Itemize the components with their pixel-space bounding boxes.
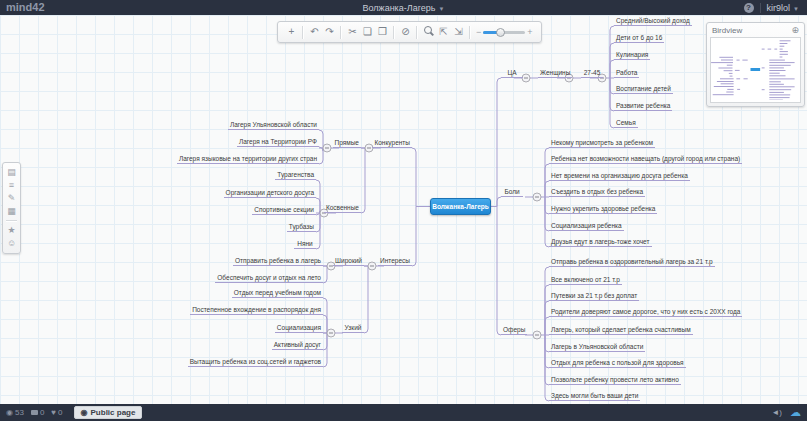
mindmap-node-b5[interactable]: Нужно укрепить здоровье ребенка — [549, 205, 657, 214]
user-menu[interactable]: kir9lol▼ — [767, 3, 799, 13]
mindmap-node-k1[interactable]: Турагенства — [275, 171, 316, 180]
cut-icon[interactable]: ✂ — [345, 23, 360, 41]
mindmap-node-a4[interactable]: Работа — [614, 69, 639, 78]
app-logo[interactable]: mind42 — [6, 0, 45, 15]
mindmap-node-s2[interactable]: Обеспечить досуг и отдых на лето — [215, 274, 323, 283]
heart-icon: ♥ — [51, 408, 56, 417]
redo-icon[interactable]: ↷ — [322, 23, 337, 41]
mindmap-node-o9[interactable]: Здесь могли быть ваши дети — [549, 392, 640, 401]
star-icon[interactable]: ★ — [7, 224, 15, 237]
mindmap-node-k4[interactable]: Турбазы — [287, 223, 316, 232]
emoji-icon[interactable]: ☺ — [7, 237, 16, 250]
mindmap-node-p2[interactable]: Лагеря на Территории РФ — [237, 138, 319, 147]
link-icon[interactable]: ✎ — [8, 192, 16, 205]
mindmap-node-u3[interactable]: Социализация — [275, 324, 323, 333]
toolbar-separator — [393, 26, 395, 39]
mindmap-node-interesy[interactable]: Интересы — [378, 257, 412, 266]
mindmap-node-o8[interactable]: Позвольте ребенку провести лето активно — [549, 376, 681, 385]
mindmap-node-zhenshchiny[interactable]: Женщины — [538, 69, 572, 78]
mindmap-node-kosvennye[interactable]: Косвенные — [324, 204, 361, 213]
mindmap-node-pryamye[interactable]: Прямые — [333, 139, 362, 148]
title-dropdown-icon[interactable]: ▼ — [438, 6, 444, 12]
toolbar-separator — [469, 26, 471, 39]
comments-count: 0 — [31, 408, 44, 417]
mindmap-node-o3[interactable]: Путевки за 21 т.р без доплат — [549, 292, 639, 301]
status-bar: ◉ 53 0 ♥ 0 ◉ Public page ◄) ☁ — [0, 404, 807, 421]
disconnect-icon[interactable]: ⊘ — [398, 23, 413, 41]
mindmap-node-p1[interactable]: Лагеря Ульяновской области — [228, 121, 319, 130]
image-icon[interactable]: ▦ — [7, 205, 16, 218]
search-icon[interactable] — [421, 23, 436, 41]
mindmap-node-u1[interactable]: Отдых перед учебным годом — [232, 289, 323, 298]
toolbar-separator — [302, 26, 304, 39]
mindmap-node-a5[interactable]: Воспитание детей — [614, 85, 673, 94]
zoom-in-icon[interactable]: + — [527, 27, 532, 37]
mindmap-node-a1[interactable]: Средний/Высокий доход — [614, 17, 692, 26]
expand-all-icon[interactable]: ⇲ — [451, 23, 466, 41]
mindmap-node-age[interactable]: 27-45 — [581, 69, 603, 78]
copy-icon[interactable]: ❏ — [360, 23, 375, 41]
zoom-slider-knob[interactable] — [496, 28, 505, 37]
birdview-panel: Birdview ⊕ — [706, 22, 805, 107]
user-dropdown-icon: ▼ — [793, 6, 799, 12]
mindmap-node-o2[interactable]: Все включено от 21 т.р — [549, 276, 622, 285]
main-toolbar: +↶↷✂❏❐⊘⇱⇲ − + — [277, 21, 542, 43]
mindmap-node-b7[interactable]: Друзья едут в лагерь-тоже хочет — [549, 238, 652, 247]
mindmap-node-a6[interactable]: Развитие ребенка — [614, 102, 672, 111]
add-node-icon[interactable]: + — [284, 23, 299, 41]
zoom-out-icon[interactable]: − — [476, 27, 481, 37]
map-title-wrap: Волжанка-Лагерь▼ — [0, 3, 807, 13]
mindmap-node-ofery[interactable]: Оферы — [501, 326, 527, 335]
mindmap-node-k3[interactable]: Спортивные секции — [252, 206, 316, 215]
mindmap-node-boli[interactable]: Боли — [501, 188, 523, 197]
mindmap-node-o6[interactable]: Лагерь в Ульяновской области — [549, 343, 645, 352]
mindmap-node-shirokiy[interactable]: Широкий — [333, 257, 364, 266]
mindmap-node-k5[interactable]: Няни — [294, 240, 316, 249]
collapse-all-icon[interactable]: ⇱ — [436, 23, 451, 41]
birdview-map[interactable] — [710, 37, 801, 103]
mindmap-node-b1[interactable]: Некому присмотреть за ребенком — [549, 139, 655, 148]
toolbar-divider — [6, 220, 17, 222]
mindmap-node-b3[interactable]: Нет времени на организацию досуга ребенк… — [549, 172, 690, 181]
sound-icon[interactable]: ◄) — [771, 408, 782, 417]
map-title[interactable]: Волжанка-Лагерь — [363, 3, 436, 13]
mindmap-node-uzkiy[interactable]: Узкий — [342, 324, 364, 333]
mindmap-node-o5[interactable]: Лагерь, который сделает ребенка счастлив… — [549, 326, 693, 335]
toolbar-separator — [340, 26, 342, 39]
todo-list-icon[interactable]: ≡ — [9, 179, 14, 192]
top-bar: mind42 Волжанка-Лагерь▼ ? kir9lol▼ — [0, 0, 807, 15]
views-count: ◉ 53 — [6, 408, 24, 417]
mindmap-node-o7[interactable]: Отдых для ребенка с пользой для здоровья — [549, 359, 686, 368]
mindmap-node-k2[interactable]: Организации детского досуга — [224, 189, 316, 198]
mindmap-node-konkurenty[interactable]: Конкуренты — [372, 139, 412, 148]
mindmap-node-b4[interactable]: Съездить в отдых без ребенка — [549, 188, 645, 197]
birdview-move-icon[interactable]: ⊕ — [791, 25, 799, 35]
mindmap-node-u4[interactable]: Активный досуг — [272, 341, 323, 350]
mindmap-node-o4[interactable]: Родители доверяют самое дорогое, что у н… — [549, 308, 742, 317]
paste-icon[interactable]: ❐ — [375, 23, 390, 41]
zoom-slider[interactable] — [483, 31, 525, 34]
mindmap-node-o1[interactable]: Отправь ребенка в оздоровительный лагерь… — [549, 258, 715, 267]
mindmap-node-a3[interactable]: Кулинария — [614, 51, 650, 60]
mindmap-root-node[interactable]: Волжанка-Лагерь — [430, 198, 491, 215]
note-icon[interactable]: ▤ — [7, 166, 16, 179]
help-icon[interactable]: ? — [744, 3, 754, 13]
mindmap-node-a2[interactable]: Дети от 6 до 16 — [614, 34, 664, 43]
mindmap-node-b2[interactable]: Ребенка нет возможности навещать (другой… — [549, 155, 742, 164]
mindmap-node-tsa[interactable]: ЦА — [501, 69, 523, 78]
birdview-title: Birdview — [712, 26, 742, 35]
mindmap-node-u5[interactable]: Вытащить ребенка из соц.сетей и гаджетов — [188, 358, 323, 367]
cloud-sync-icon[interactable]: ☁ — [790, 406, 801, 419]
mindmap-node-p3[interactable]: Лагеря языковые на территории других стр… — [177, 155, 319, 164]
undo-icon[interactable]: ↶ — [307, 23, 322, 41]
birdview-root-marker — [751, 68, 761, 71]
mindmap-node-u2[interactable]: Постепенное вхождение в распорядок дня — [190, 306, 323, 315]
mindmap-node-b6[interactable]: Социализация ребенка — [549, 222, 624, 231]
mindmap-canvas[interactable]: КонкурентыПрямыеЛагеря Ульяновской облас… — [0, 15, 807, 404]
public-page-button[interactable]: ◉ Public page — [74, 406, 143, 419]
mindmap-node-s1[interactable]: Отправить ребенка в лагерь — [233, 257, 323, 266]
node-options-toolbar: ▤≡✎▦★☺ — [2, 162, 21, 254]
eye-icon: ◉ — [81, 408, 88, 417]
eye-icon: ◉ — [6, 408, 13, 417]
mindmap-node-a7[interactable]: Семья — [614, 119, 638, 128]
